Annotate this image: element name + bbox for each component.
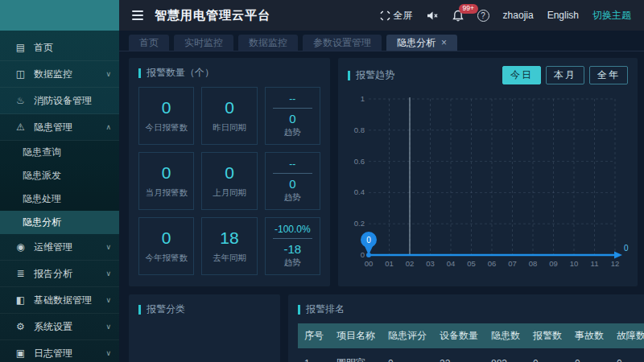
trend-percent: -- (289, 93, 295, 105)
card-value: 0 (162, 228, 171, 248)
tab-label: 实时监控 (184, 36, 223, 50)
sidebar-item-log-management[interactable]: ▣日志管理∨ (0, 340, 119, 362)
column-header: 隐患数 (485, 323, 526, 348)
svg-text:07: 07 (508, 259, 517, 268)
table-row: 1圆明宫022883000 (298, 348, 644, 362)
card-label: 趋势 (284, 192, 301, 204)
svg-text:0.6: 0.6 (354, 157, 365, 166)
svg-text:10: 10 (570, 259, 579, 268)
mute-button[interactable] (427, 10, 439, 21)
tab-5[interactable]: 隐患分析× (386, 35, 457, 51)
top-header: 智慧用电管理云平台 全屏 99+ ? zhaojia (0, 0, 644, 31)
stat-card: 0上月同期 (201, 152, 257, 210)
chevron-down-icon: ∨ (105, 296, 111, 304)
trend-range-button-1[interactable]: 今日 (502, 66, 541, 84)
column-header: 隐患评分 (382, 323, 433, 348)
tab-3[interactable]: 数据监控 (238, 35, 298, 51)
card-label: 趋势 (284, 127, 301, 138)
tab-close-icon[interactable]: × (441, 37, 447, 48)
alarm-category-title: 报警分类 (138, 302, 270, 316)
svg-text:12: 12 (611, 259, 620, 268)
collapse-sidebar-icon[interactable] (132, 10, 143, 20)
sidebar-item-home[interactable]: ▤首页 (0, 35, 119, 61)
log-management-icon: ▣ (14, 348, 27, 359)
table-cell: 0 (610, 348, 644, 362)
sidebar-subitem-hazard-analysis[interactable]: 隐患分析 (0, 211, 119, 234)
sidebar-subitem-label: 隐患分析 (23, 216, 61, 229)
sidebar-item-operations[interactable]: ◉运维管理∨ (0, 234, 119, 261)
card-value: 0 (225, 98, 234, 117)
alarm-trend-chart: 00.20.40.60.8100010203040506070809101112… (348, 89, 628, 279)
chevron-up-icon: ∧ (105, 123, 111, 131)
sidebar-item-report-analysis[interactable]: ≣报告分析∨ (0, 261, 119, 287)
trend-delta: 0 (289, 177, 295, 191)
sidebar-item-label: 日志管理 (34, 347, 105, 360)
table-cell: 圆明宫 (330, 348, 382, 362)
sidebar-item-data-monitor[interactable]: ◫数据监控∨ (0, 61, 119, 88)
svg-text:0.8: 0.8 (354, 125, 365, 134)
main-area: 首页实时监控数据监控参数设置管理隐患分析× 报警数量（个） 0今日报警数0昨日同… (119, 31, 644, 362)
alarm-category-panel: 报警分类 (129, 294, 280, 362)
tab-label: 参数设置管理 (313, 36, 371, 50)
operations-icon: ◉ (14, 241, 27, 253)
svg-text:02: 02 (406, 259, 415, 268)
table-cell: 1 (298, 348, 330, 362)
tab-2[interactable]: 实时监控 (174, 35, 233, 51)
sidebar-item-label: 系统设置 (34, 320, 105, 334)
home-icon: ▤ (14, 42, 27, 53)
tab-1[interactable]: 首页 (129, 35, 169, 51)
svg-text:08: 08 (529, 259, 538, 268)
alarm-count-panel: 报警数量（个） 0今日报警数0昨日同期--0趋势0当月报警数0上月同期--0趋势… (129, 58, 330, 286)
card-value: 0 (162, 163, 171, 183)
sidebar-item-system-settings[interactable]: ⚙系统设置∨ (0, 314, 119, 340)
sidebar-subitem-hazard-dispatch[interactable]: 隐患派发 (0, 164, 119, 187)
trend-card: --0趋势 (265, 152, 320, 210)
fire-equipment-icon: ♨ (14, 95, 27, 106)
chevron-down-icon: ∨ (105, 323, 111, 331)
svg-text:06: 06 (488, 259, 497, 268)
user-avatar[interactable]: ? (477, 10, 489, 22)
tab-bar: 首页实时监控数据监控参数设置管理隐患分析× (119, 31, 644, 51)
base-data-icon: ◧ (14, 294, 27, 306)
trend-card: --0趋势 (265, 87, 320, 145)
card-value: 0 (225, 163, 234, 183)
table-cell: 0 (568, 348, 610, 362)
avatar-placeholder-icon: ? (477, 10, 489, 22)
svg-text:0.4: 0.4 (354, 187, 365, 196)
notifications-button[interactable]: 99+ (452, 10, 464, 22)
trend-percent: -- (289, 158, 295, 170)
sidebar-subitem-hazard-query[interactable]: 隐患查询 (0, 141, 119, 164)
stat-card: 0当月报警数 (138, 152, 194, 210)
chevron-down-icon: ∨ (105, 269, 111, 278)
tab-4[interactable]: 参数设置管理 (303, 35, 382, 51)
sidebar-item-fire-equipment[interactable]: ♨消防设备管理 (0, 88, 119, 114)
card-value: 18 (220, 228, 238, 248)
svg-text:11: 11 (591, 259, 599, 268)
card-value: 0 (162, 98, 171, 117)
sidebar-subitem-hazard-handle[interactable]: 隐患处理 (0, 187, 119, 211)
trend-range-button-2[interactable]: 本月 (546, 66, 584, 84)
table-cell: 883 (485, 348, 526, 362)
notification-badge: 99+ (459, 4, 478, 14)
table-cell: 0 (382, 348, 433, 362)
sidebar-item-label: 数据监控 (34, 68, 105, 81)
system-settings-icon: ⚙ (14, 321, 27, 332)
svg-text:01: 01 (385, 259, 394, 268)
tab-label: 数据监控 (249, 36, 287, 50)
trend-range-button-3[interactable]: 全年 (589, 66, 628, 84)
svg-text:0.2: 0.2 (354, 219, 365, 228)
sidebar-item-hazard-management[interactable]: ⚠隐患管理∧ (0, 114, 119, 141)
column-header: 报警数 (526, 323, 568, 348)
username[interactable]: zhaojia (503, 10, 534, 21)
card-label: 当月报警数 (145, 187, 188, 199)
svg-text:0: 0 (624, 244, 629, 253)
chevron-down-icon: ∨ (105, 349, 111, 357)
svg-text:09: 09 (549, 259, 558, 268)
language-switch[interactable]: English (547, 10, 579, 21)
sidebar-item-label: 隐患管理 (34, 121, 105, 134)
theme-toggle[interactable]: 切换主题 (592, 9, 631, 23)
svg-text:1: 1 (361, 94, 365, 103)
sidebar-item-base-data[interactable]: ◧基础数据管理∨ (0, 287, 119, 314)
fullscreen-button[interactable]: 全屏 (380, 9, 413, 23)
chevron-down-icon: ∨ (105, 70, 111, 78)
